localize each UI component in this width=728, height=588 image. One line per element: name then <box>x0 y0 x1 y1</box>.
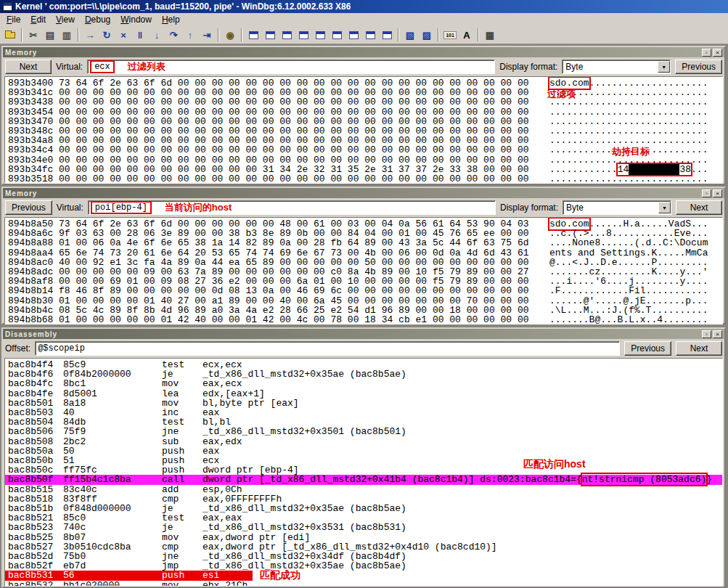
memory2-virtual-value: poi[ebp-4] <box>95 203 147 213</box>
stop-debugging-icon[interactable]: × <box>115 28 131 42</box>
memory2-next-button[interactable]: Next <box>676 200 722 215</box>
breakpoint-hand-icon[interactable]: ◉ <box>222 28 238 42</box>
memory2-display-format-select[interactable]: Byte ▼ <box>563 200 671 215</box>
instruction-operands: ebx,21Ch <box>203 581 248 587</box>
callstack-window-icon[interactable] <box>329 28 345 42</box>
disassembly-next-button[interactable]: Next <box>676 341 722 356</box>
memory2-controls: Previous Virtual: poi[ebp-4] 当前访问的host D… <box>3 198 724 217</box>
dock-icon[interactable]: ▫ <box>702 330 711 338</box>
memory2-titlebar[interactable]: Memory ▫ × <box>3 188 724 198</box>
memory-row: 894b8b6801 00 00 00 00 00 01 42 40 00 00… <box>8 315 722 324</box>
source-mode-on-icon[interactable]: ▧ <box>402 28 418 42</box>
disasm-line[interactable]: bac8b50fff15b4c1c8bacalldword ptr [_td_x… <box>5 475 722 484</box>
toolbar-separator <box>21 28 23 41</box>
copy-icon[interactable]: ▤ <box>42 28 58 42</box>
menu-view[interactable]: View <box>51 14 80 25</box>
row-ascii: .F............Fil........... <box>549 286 722 295</box>
assembly-options-icon[interactable]: 101 <box>442 28 458 42</box>
disasm-line[interactable]: bac8b523740cje_td_x86_dll_mstd32+0x3531 … <box>8 523 722 532</box>
options-icon[interactable]: ▦ <box>482 28 498 42</box>
row-address: 893b3438 <box>8 97 59 107</box>
instruction-bytes: 50 <box>63 446 162 456</box>
menu-window[interactable]: Window <box>115 14 157 25</box>
close-icon[interactable]: × <box>713 189 722 197</box>
glyph: 101 <box>443 31 457 39</box>
disassembly-window-icon[interactable] <box>345 28 361 42</box>
disasm-line[interactable]: bac8b4fc8bc1moveax,ecx <box>8 379 722 388</box>
command-window-icon[interactable] <box>245 28 261 42</box>
chevron-down-icon[interactable]: ▼ <box>658 202 671 213</box>
instruction-address: bac8b508 <box>8 437 63 446</box>
scratchpad-window-icon[interactable] <box>362 28 378 42</box>
window-glyph <box>383 31 392 39</box>
processes-window-icon[interactable] <box>379 28 395 42</box>
menu-file[interactable]: File <box>1 14 25 25</box>
offset-value: @$scopeip <box>38 343 85 354</box>
disasm-line[interactable]: bac8b5258b07moveax,dword ptr [edi] <box>8 533 722 542</box>
menu-debug[interactable]: Debug <box>80 14 115 25</box>
row-ascii: ents and Settings.K.....MmCa <box>549 248 722 258</box>
font-icon[interactable]: A <box>459 28 475 42</box>
titlebar[interactable]: Kernel ' com:port=\\.\pipe\com_1, baud=1… <box>0 0 728 13</box>
menu-help[interactable]: Help <box>157 14 185 25</box>
instruction-operands: eax,edx <box>203 437 242 446</box>
instruction-bytes: 8bc1 <box>63 379 162 388</box>
disasm-line[interactable]: bac8b50b51pushecx <box>8 456 722 465</box>
disasm-line[interactable]: bac8b50675f9jne_td_x86_dll_mstd32+0x3501… <box>8 427 722 436</box>
row-hex-bytes: f8 46 8f 89 00 00 00 00 00 0d 08 13 0a 0… <box>59 286 549 295</box>
row-address: 894b8aa4 <box>8 248 59 258</box>
disasm-line[interactable]: bac8b5082bc2subeax,edx <box>8 437 722 446</box>
disassembly-listing[interactable]: 匹配访问host bac8b4f485c9testecx,ecxbac8b4f6… <box>4 358 723 587</box>
instruction-address: bac8b531 <box>8 571 63 580</box>
break-icon[interactable]: ‖ <box>132 28 148 42</box>
disassembly-previous-button[interactable]: Previous <box>624 341 671 356</box>
watch-window-icon[interactable] <box>262 28 278 42</box>
memory2-hex-dump[interactable]: 894b8a5073 64 6f 2e 63 6f 6d 00 00 00 00… <box>4 217 723 324</box>
disasm-line[interactable]: bac8b52feb7djmp_td_x86_dll_mstd32+0x35ae… <box>8 561 722 571</box>
dock-icon[interactable]: ▫ <box>702 189 711 197</box>
row-hex-bytes: 01 00 00 00 00 00 01 42 40 00 00 01 42 0… <box>59 315 549 324</box>
toolbar-separator <box>78 28 79 41</box>
source-mode-off-icon[interactable]: ▨ <box>419 28 435 42</box>
disasm-line[interactable]: bac8b53156pushesi匹配成功 <box>8 571 722 580</box>
memory1-display-format-select[interactable]: Byte ▼ <box>562 60 671 74</box>
step-into-icon[interactable]: ↓ <box>149 28 165 42</box>
disasm-line[interactable]: bac8b5018a18movbl,byte ptr [eax] <box>8 399 722 408</box>
instruction-address: bac8b4fe <box>8 389 63 399</box>
disassembly-titlebar[interactable]: Disassembly ▫ × <box>3 329 724 339</box>
dock-icon[interactable]: ▫ <box>702 49 711 57</box>
paste-icon[interactable]: ▥ <box>59 28 75 42</box>
close-icon[interactable]: × <box>713 330 722 338</box>
close-icon[interactable]: × <box>713 49 722 57</box>
memory1-previous-button[interactable]: Previous <box>675 60 722 74</box>
memory1-hex-dump[interactable]: 过滤项 劫持目标 893b340073 64 6f 2e 63 6f 6d 00… <box>4 76 723 184</box>
memory1-titlebar[interactable]: Memory ▫ × <box>3 47 724 57</box>
registers-window-icon[interactable] <box>295 28 311 42</box>
disasm-line[interactable]: bac8b4fe8d5001leaedx,[eax+1] <box>8 389 722 399</box>
memory2-previous-button[interactable]: Previous <box>5 200 52 215</box>
disasm-line[interactable]: bac8b51b0f848d000000je_td_x86_dll_mstd32… <box>8 504 722 513</box>
locals-window-icon[interactable] <box>279 28 295 42</box>
disasm-line[interactable]: bac8b50a50pusheax <box>8 446 722 456</box>
disasm-line[interactable]: bac8b532bb1c020000movebx,21Ch <box>8 581 722 587</box>
memory1-display-format-value: Byte <box>565 62 583 72</box>
annotation-box: nt!strnicmp (8053adc6) <box>582 474 707 485</box>
memory1-virtual-input[interactable]: ecx 过滤列表 <box>87 60 495 74</box>
restart-icon[interactable]: ↻ <box>99 28 115 42</box>
offset-input[interactable]: @$scopeip <box>35 341 620 356</box>
go-icon[interactable]: → <box>82 28 98 42</box>
disasm-line[interactable]: bac8b51583c40caddesp,0Ch <box>8 485 722 494</box>
open-workspace-icon[interactable] <box>2 28 18 42</box>
menu-edit[interactable]: Edit <box>25 14 51 25</box>
cut-icon[interactable]: ✂ <box>25 28 41 42</box>
step-over-icon[interactable]: ↷ <box>165 28 181 42</box>
chevron-down-icon[interactable]: ▼ <box>658 61 670 73</box>
memory2-virtual-input[interactable]: poi[ebp-4] 当前访问的host <box>88 200 496 215</box>
step-out-icon[interactable]: ↑ <box>182 28 198 42</box>
memory1-next-button[interactable]: Next <box>5 60 52 74</box>
disasm-line[interactable]: bac8b50340inceax <box>8 408 722 417</box>
run-to-cursor-icon[interactable]: ⇥ <box>199 28 215 42</box>
memory-window-icon[interactable] <box>312 28 328 42</box>
disasm-line[interactable]: bac8b4f60f84b2000000je_td_x86_dll_mstd32… <box>8 369 722 379</box>
instruction-address: bac8b532 <box>8 581 63 587</box>
